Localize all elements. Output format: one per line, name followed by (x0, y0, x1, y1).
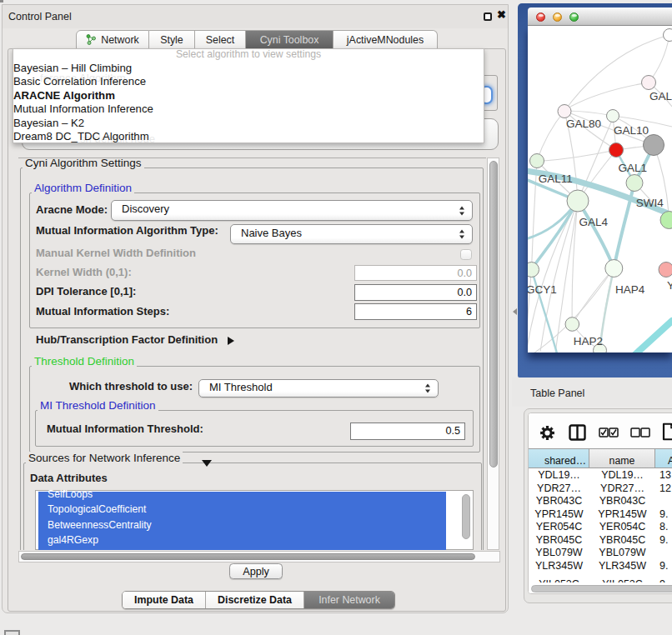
table-toolbar (529, 413, 672, 448)
network-canvas[interactable]: GAL GAL80 GAL10 GAL1 GAL11 SWI4 GAL4 GCY… (528, 26, 672, 352)
mi-type-combo[interactable]: Naive Bayes (230, 224, 473, 244)
table-row[interactable]: YBR045CYBR045C9. (529, 534, 672, 548)
apply-button[interactable]: Apply (229, 563, 283, 579)
vertical-scrollbar[interactable] (487, 158, 499, 550)
node[interactable] (664, 29, 672, 42)
tab-impute-data[interactable]: Impute Data (123, 592, 205, 608)
cell-name: YBL079W (589, 547, 655, 558)
node-gcy1[interactable] (528, 262, 539, 278)
node[interactable] (644, 135, 664, 156)
vertical-scrollbar-thumb[interactable] (489, 161, 498, 468)
table-panel-titlebar[interactable]: Table Panel (512, 378, 672, 407)
cell-shared-name: YBR043C (529, 495, 589, 507)
table-row[interactable]: YPR145WYPR145W9. (529, 508, 672, 522)
tab-style[interactable]: Style (149, 30, 195, 49)
table-row[interactable]: YDL19…YDL19…13 (529, 469, 672, 482)
column-header-name[interactable]: name (589, 449, 655, 468)
table-panel-title: Table Panel (530, 388, 584, 399)
tab-network[interactable]: Network (76, 30, 149, 49)
list-item[interactable]: TopologicalCoefficient (48, 503, 146, 515)
tab-network-label: Network (101, 34, 138, 46)
data-attributes-list[interactable]: SelfLoops TopologicalCoefficient Between… (35, 490, 474, 550)
table-row[interactable]: YBL079WYBL079W (529, 547, 672, 560)
tab-select[interactable]: Select (195, 30, 246, 49)
node[interactable] (642, 76, 656, 90)
list-item[interactable]: gal4RGexp (48, 534, 98, 546)
cell-shared-name: YLR345W (529, 560, 589, 572)
cell-shared-name: YDL19… (529, 469, 589, 481)
cell-name: YER054C (589, 521, 655, 532)
table-horizontal-scrollbar[interactable] (529, 583, 672, 594)
network-graph: GAL GAL80 GAL10 GAL1 GAL11 SWI4 GAL4 GCY… (528, 26, 672, 352)
which-threshold-combo[interactable]: MI Threshold (198, 379, 439, 398)
close-light-icon[interactable] (536, 12, 545, 22)
horizontal-scrollbar[interactable] (18, 551, 500, 562)
kernel-width-input[interactable]: 0.0 (354, 265, 477, 281)
control-panel-titlebar[interactable]: Control Panel ✖ (3, 5, 508, 28)
kernel-width-label: Kernel Width (0,1): (36, 266, 132, 278)
node-swi4[interactable] (626, 175, 643, 192)
cell-value: 9. (659, 508, 668, 520)
cell-name: YIL052C (589, 578, 655, 583)
table-hscroll-thumb[interactable] (531, 585, 672, 592)
cell-value: 9. (659, 534, 668, 546)
node-label: HAP4 (615, 283, 645, 296)
table-row[interactable]: YLR345WYLR345W9. (529, 560, 672, 573)
close-icon[interactable]: ✖ (497, 8, 506, 21)
table-row[interactable]: YBR043CYBR043C (529, 495, 672, 508)
dpi-tolerance-input[interactable]: 0.0 (354, 284, 477, 301)
column-header-shared-name[interactable]: shared… (529, 449, 589, 468)
tab-jactivemnodules[interactable]: jActiveMNodules (333, 30, 438, 49)
table-row[interactable]: YER054CYER054C8. (529, 521, 672, 534)
node-gal11[interactable] (530, 154, 544, 168)
column-header-partial[interactable]: A (655, 449, 672, 468)
node-gal4[interactable] (567, 190, 589, 212)
cell-shared-name: YBR045C (529, 534, 589, 546)
node[interactable] (659, 262, 672, 278)
horizontal-scrollbar-thumb[interactable] (21, 553, 475, 560)
dock-mini-icon[interactable] (4, 630, 20, 635)
zoom-light-icon[interactable] (569, 12, 579, 22)
cell-value: 9. (659, 578, 668, 583)
table-row[interactable]: YDR27…YDR27…12 (529, 482, 672, 496)
list-scrollbar-thumb[interactable] (462, 494, 470, 539)
node-gal80[interactable] (558, 105, 571, 118)
popup-item[interactable]: Bayesian – K2 (13, 117, 84, 129)
mi-threshold-input[interactable]: 0.5 (350, 422, 465, 440)
float-window-icon[interactable] (484, 12, 492, 21)
list-item[interactable]: BetweennessCentrality (48, 519, 152, 531)
manual-kernel-checkbox[interactable] (460, 249, 472, 260)
document-icon[interactable] (662, 422, 672, 441)
node-gal1[interactable] (609, 143, 624, 158)
node-hap4[interactable] (605, 260, 623, 278)
columns-icon[interactable] (569, 424, 586, 441)
gear-icon[interactable] (540, 426, 554, 440)
cell-shared-name: YBL079W (529, 547, 589, 558)
which-threshold-label: Which threshold to use: (69, 380, 193, 392)
unchecked-checkboxes-icon[interactable] (630, 428, 650, 438)
table-row[interactable]: YIL052CYIL052C9. (529, 578, 672, 583)
tab-infer-network[interactable]: Infer Network (303, 592, 394, 608)
split-pane-collapse-arrow[interactable] (513, 308, 517, 315)
node-label: GAL1 (619, 162, 648, 174)
popup-item[interactable]: Mutual Information Inference (13, 102, 153, 115)
minimize-light-icon[interactable] (553, 12, 562, 22)
checked-checkboxes-icon[interactable] (599, 428, 619, 438)
corner-artifact (0, 0, 3, 2)
mi-steps-input[interactable]: 6 (354, 303, 477, 320)
aracne-mode-combo[interactable]: Discovery (111, 200, 473, 221)
tab-cyni-toolbox[interactable]: Cyni Toolbox (246, 30, 333, 49)
manual-kernel-label: Manual Kernel Width Definition (36, 247, 196, 259)
table-panel: shared… name A YDL19…YDL19…13YDR27…YDR27… (524, 408, 672, 603)
node-gal10[interactable] (607, 110, 619, 122)
cyni-algorithm-settings-title: Cyni Algorithm Settings (23, 158, 144, 169)
tab-discretize-data[interactable]: Discretize Data (205, 592, 303, 608)
algorithm-dropdown-popup: Select algorithm to view settings Bayesi… (13, 48, 484, 143)
network-window-titlebar[interactable] (528, 8, 672, 26)
hub-expand-arrow-icon[interactable] (228, 337, 234, 345)
list-item[interactable]: SelfLoops (48, 488, 93, 500)
popup-item-selected[interactable]: ARACNE Algorithm (13, 89, 115, 102)
node-hap2[interactable] (565, 318, 579, 332)
network-view-window: GAL GAL80 GAL10 GAL1 GAL11 SWI4 GAL4 GCY… (518, 3, 672, 378)
sources-collapse-arrow-icon[interactable] (202, 460, 212, 467)
